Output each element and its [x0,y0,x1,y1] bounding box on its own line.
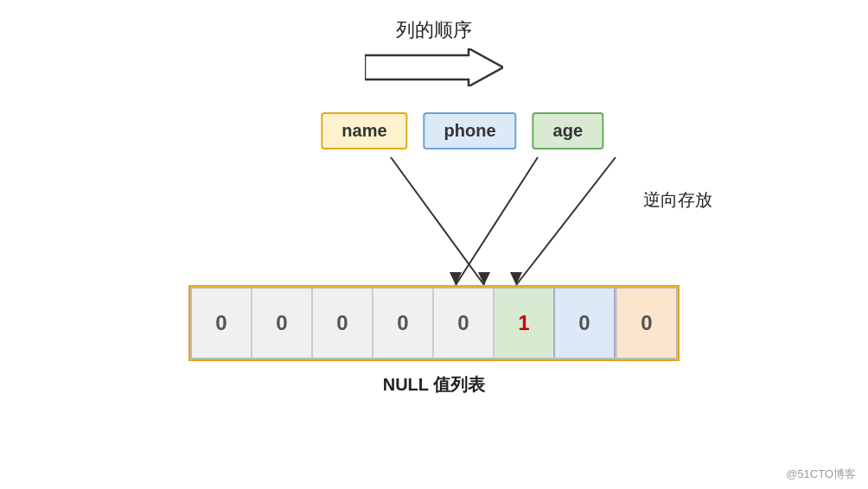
col-age-label: age [533,112,603,149]
svg-marker-4 [478,272,490,285]
null-table-caption: NULL 值列表 [383,373,486,397]
null-cell-green: 1 [495,289,555,358]
svg-line-2 [456,157,538,285]
col-name-label: name [321,112,407,149]
svg-marker-0 [365,48,503,86]
main-container: 列的顺序 name phone age 逆向存放 [0,0,868,489]
svg-line-1 [391,157,484,285]
columns-row: name phone age [321,112,603,149]
col-phone-label: phone [424,112,517,149]
svg-line-3 [516,157,616,285]
null-cell-orange: 0 [616,289,676,358]
null-table-section: 0 0 0 0 0 1 0 0 NULL 值列表 [188,285,680,397]
null-cell-1: 0 [192,289,252,358]
watermark: @51CTO博客 [786,467,856,482]
arrow-label: 列的顺序 [396,17,472,43]
null-cell-2: 0 [252,289,313,358]
reverse-label: 逆向存放 [643,188,712,212]
null-cell-4: 0 [373,289,434,358]
null-cell-blue: 0 [555,289,616,358]
null-cell-3: 0 [313,289,373,358]
order-arrow-icon [365,48,503,86]
arrow-section: 列的顺序 [365,17,503,86]
svg-marker-5 [450,272,462,285]
svg-marker-6 [510,272,522,285]
null-table: 0 0 0 0 0 1 0 0 [188,285,680,361]
null-table-inner: 0 0 0 0 0 1 0 0 [190,287,678,359]
null-cell-5: 0 [434,289,495,358]
